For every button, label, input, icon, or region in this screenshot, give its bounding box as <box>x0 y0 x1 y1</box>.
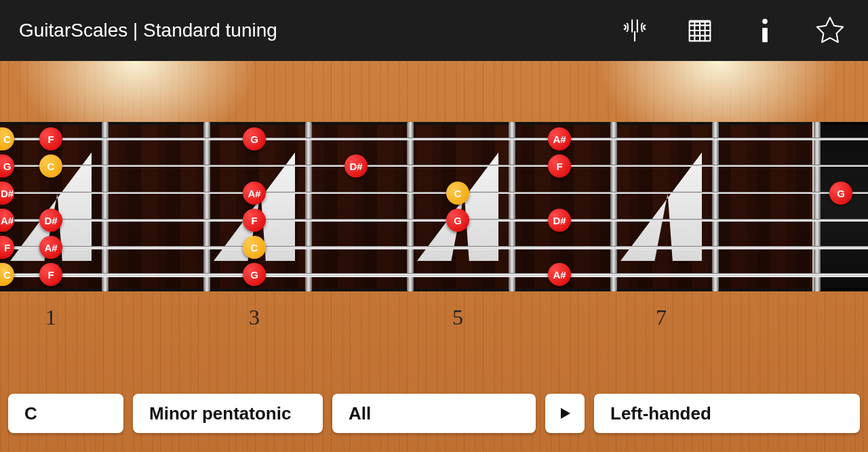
fret-number: 5 <box>452 305 463 330</box>
string <box>0 246 868 249</box>
favorite-icon[interactable] <box>811 12 849 49</box>
fret-wire <box>814 122 821 291</box>
scale-note[interactable]: F <box>243 209 266 232</box>
scale-note[interactable]: A# <box>548 263 571 286</box>
svg-rect-1 <box>690 20 711 23</box>
app-header: GuitarScales | Standard tuning <box>0 0 868 61</box>
fret-wire <box>610 122 617 291</box>
scale-note[interactable]: G <box>243 127 266 150</box>
scale-note[interactable]: G <box>829 182 852 205</box>
position-button[interactable]: All <box>332 394 536 433</box>
fret-number: 7 <box>656 305 667 330</box>
scale-note[interactable]: G <box>243 263 266 286</box>
scale-type-label: Minor pentatonic <box>149 403 291 424</box>
scale-note[interactable]: C <box>243 236 266 259</box>
fret-number: 1 <box>45 305 56 330</box>
scale-type-button[interactable]: Minor pentatonic <box>133 394 323 433</box>
fret-wire <box>203 122 210 291</box>
scale-note[interactable]: A# <box>243 182 266 205</box>
scale-note[interactable]: F <box>548 155 571 178</box>
fret-number: 3 <box>249 305 260 330</box>
string <box>0 273 868 277</box>
bottom-toolbar: C Minor pentatonic All Left-handed <box>8 394 860 433</box>
info-icon[interactable] <box>746 12 784 49</box>
string <box>0 192 868 194</box>
scale-note[interactable]: G <box>446 209 469 232</box>
svg-rect-3 <box>762 28 768 42</box>
headstock <box>814 122 868 291</box>
svg-point-2 <box>762 19 768 24</box>
play-button[interactable] <box>545 394 585 433</box>
scale-note[interactable]: C <box>446 182 469 205</box>
hand-label: Left-handed <box>610 403 711 424</box>
hand-button[interactable]: Left-handed <box>594 394 860 433</box>
scale-note[interactable]: A# <box>548 127 571 150</box>
scale-note[interactable]: C <box>39 155 62 178</box>
root-note-button[interactable]: C <box>8 394 123 433</box>
scale-note[interactable]: D# <box>548 209 571 232</box>
tuner-icon[interactable] <box>616 12 654 49</box>
page-title: GuitarScales | Standard tuning <box>19 20 277 41</box>
fret-wire <box>509 122 515 291</box>
scale-note[interactable]: A# <box>39 236 62 259</box>
fretboard[interactable]: CGD#A#FCA#FD#A#CGD#GA#FCGFCD#A#FG <box>0 122 868 291</box>
scale-note[interactable]: D# <box>39 209 62 232</box>
string <box>0 165 868 167</box>
fret-wire <box>712 122 719 291</box>
chord-diagram-icon[interactable] <box>681 12 719 49</box>
fret-wire <box>102 122 108 291</box>
string <box>0 219 868 222</box>
scale-note[interactable]: F <box>39 263 62 286</box>
fret-wire <box>407 122 414 291</box>
scale-note[interactable]: D# <box>344 155 368 178</box>
fret-wire <box>305 122 312 291</box>
string <box>0 138 868 140</box>
scale-note[interactable]: F <box>39 127 62 150</box>
position-label: All <box>349 403 371 424</box>
root-note-label: C <box>24 403 37 424</box>
